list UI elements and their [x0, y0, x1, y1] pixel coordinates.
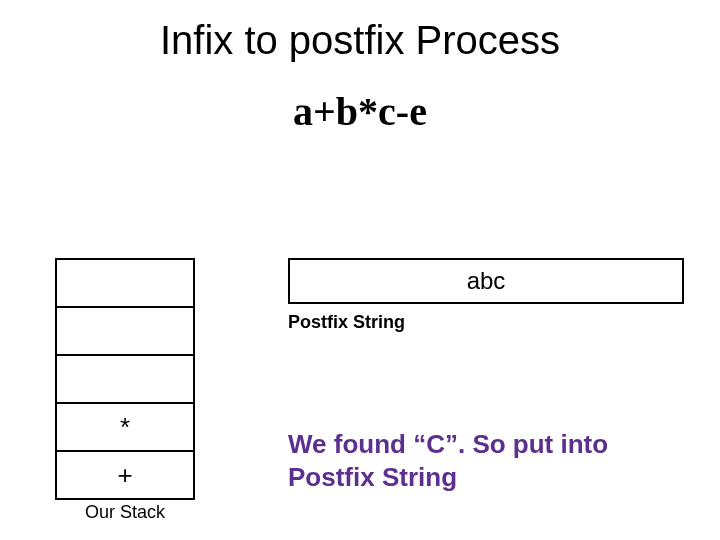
stack-label: Our Stack	[55, 502, 195, 523]
infix-expression: a+b*c-e	[0, 88, 720, 135]
postfix-output-value: abc	[467, 267, 506, 295]
stack-cell	[55, 258, 195, 308]
stack-cell	[55, 308, 195, 356]
postfix-output-label: Postfix String	[288, 312, 405, 333]
stack-cell: +	[55, 452, 195, 500]
stack-cell: *	[55, 404, 195, 452]
slide-title: Infix to postfix Process	[0, 18, 720, 63]
stack-cell	[55, 356, 195, 404]
postfix-output-box: abc	[288, 258, 684, 304]
step-explanation: We found “C”. So put into Postfix String	[288, 428, 688, 493]
stack-diagram: * +	[55, 258, 195, 500]
